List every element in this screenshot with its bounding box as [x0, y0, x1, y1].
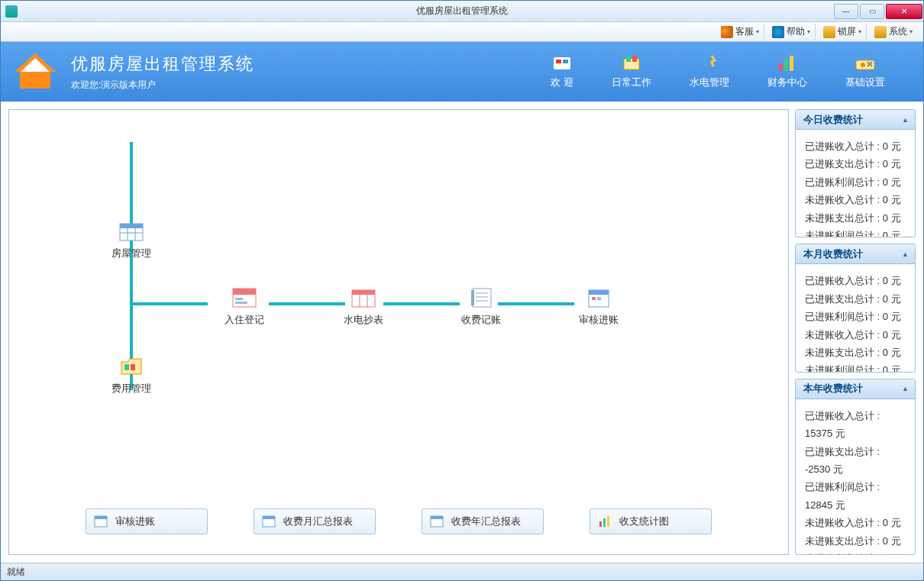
chevron-down-icon: ▾	[756, 28, 759, 35]
action-monthly-report[interactable]: 收费月汇总报表	[254, 508, 376, 534]
panel-title: 今日收费统计	[803, 113, 863, 127]
maximize-button[interactable]: ▭	[860, 4, 884, 19]
btn-label: 收费年汇总报表	[451, 515, 521, 528]
svg-rect-9	[779, 63, 783, 71]
svg-rect-33	[589, 290, 609, 295]
svg-rect-37	[131, 364, 135, 370]
collapse-icon[interactable]: ▲	[902, 116, 909, 124]
window-title: 优服房屋出租管理系统	[1, 5, 923, 18]
people-icon	[721, 26, 733, 38]
svg-rect-35	[597, 297, 601, 300]
lock-button[interactable]: 锁屏 ▾	[819, 24, 867, 40]
collapse-icon[interactable]: ▲	[902, 250, 909, 258]
service-label: 客服	[735, 25, 754, 38]
svg-rect-10	[784, 59, 788, 71]
chevron-down-icon: ▾	[858, 28, 861, 35]
lock-icon	[823, 26, 835, 38]
stat-row: 未进账支出总计 : 0 元	[805, 209, 906, 227]
daily-icon	[620, 54, 643, 73]
lock-label: 锁屏	[838, 25, 856, 38]
service-button[interactable]: 客服 ▾	[716, 24, 764, 40]
svg-point-13	[861, 63, 865, 67]
svg-rect-41	[263, 516, 275, 519]
table-icon	[351, 287, 376, 308]
system-label: 系统	[889, 25, 907, 38]
help-button[interactable]: 帮助 ▾	[767, 24, 816, 40]
nav-utility[interactable]: 水电管理	[690, 54, 729, 89]
panel-header[interactable]: 今日收费统计 ▲	[796, 110, 915, 130]
action-chart[interactable]: 收支统计图	[590, 508, 712, 534]
help-label: 帮助	[787, 25, 805, 38]
svg-rect-34	[592, 297, 596, 300]
svg-rect-36	[124, 364, 129, 370]
connector	[130, 142, 133, 390]
stat-row: 未进账收入总计 : 0 元	[805, 326, 906, 344]
wf-label: 收费记账	[461, 313, 501, 327]
svg-rect-2	[31, 75, 39, 89]
wf-label: 审核进账	[579, 313, 619, 327]
nav-label: 水电管理	[690, 76, 729, 89]
stat-row: 已进账支出总计 : -2530 元	[805, 443, 906, 479]
help-icon	[772, 26, 784, 38]
svg-rect-4	[556, 60, 561, 63]
panel-title: 本月收费统计	[803, 247, 863, 261]
stat-row: 未进账利润总计 : 0 元	[805, 550, 906, 555]
close-button[interactable]: ✕	[886, 4, 922, 19]
panel-header[interactable]: 本月收费统计 ▲	[796, 244, 915, 264]
stat-row: 已进账支出总计 : 0 元	[805, 155, 906, 173]
chevron-down-icon: ▾	[909, 28, 913, 35]
btn-label: 收费月汇总报表	[283, 515, 353, 528]
panel-title: 本年收费统计	[803, 382, 863, 395]
folder-icon	[118, 356, 144, 377]
node-house-mgmt[interactable]: 房屋管理	[101, 221, 162, 260]
stat-row: 已进账收入总计 : 15375 元	[805, 407, 906, 443]
logo-icon	[8, 50, 62, 93]
stat-row: 已进账支出总计 : 0 元	[805, 290, 906, 308]
settings-icon	[854, 54, 877, 73]
svg-rect-7	[626, 56, 631, 62]
svg-rect-43	[431, 516, 443, 519]
nav-label: 日常工作	[612, 76, 651, 89]
chevron-down-icon: ▾	[807, 28, 810, 35]
stat-row: 未进账支出总计 : 0 元	[805, 344, 906, 361]
node-meter[interactable]: 水电抄表	[333, 287, 394, 327]
stat-row: 已进账利润总计 : 0 元	[805, 308, 906, 325]
titlebar: 优服房屋出租管理系统 — ▭ ✕	[1, 1, 923, 22]
svg-rect-5	[563, 60, 568, 63]
minimize-button[interactable]: —	[834, 4, 858, 19]
connector	[131, 302, 208, 305]
action-audit[interactable]: 审核进账	[86, 508, 208, 534]
calendar-icon	[94, 515, 108, 528]
stat-row: 已进账利润总计 : 0 元	[805, 173, 906, 191]
chart-icon	[598, 515, 612, 528]
node-checkin[interactable]: 入住登记	[214, 287, 275, 327]
calendar-icon	[586, 287, 612, 308]
notebook-icon	[468, 287, 494, 308]
svg-rect-22	[235, 302, 247, 304]
stat-row: 已进账收入总计 : 0 元	[805, 272, 906, 289]
svg-rect-15	[120, 224, 143, 228]
stat-row: 未进账利润总计 : 0 元	[805, 361, 906, 372]
nav-daily[interactable]: 日常工作	[612, 54, 651, 89]
stat-row: 已进账利润总计 : 12845 元	[805, 478, 906, 514]
node-billing[interactable]: 收费记账	[451, 287, 512, 327]
action-yearly-report[interactable]: 收费年汇总报表	[422, 508, 544, 534]
stat-row: 未进账收入总计 : 0 元	[805, 514, 906, 531]
svg-rect-27	[473, 289, 491, 307]
panel-year: 本年收费统计 ▲ 已进账收入总计 : 15375 元 已进账支出总计 : -25…	[795, 379, 916, 555]
system-button[interactable]: 系统 ▾	[870, 24, 917, 40]
btn-label: 收支统计图	[619, 515, 669, 528]
collapse-icon[interactable]: ▲	[902, 385, 909, 392]
nav-finance[interactable]: 财务中心	[767, 54, 807, 89]
node-audit[interactable]: 审核进账	[568, 287, 629, 327]
workflow-canvas: 房屋管理 入住登记 水电抄表 收费记账 审核进账	[8, 109, 789, 555]
svg-rect-20	[233, 289, 256, 295]
svg-rect-11	[790, 56, 793, 71]
node-fee-mgmt[interactable]: 费用管理	[101, 356, 162, 395]
nav-settings[interactable]: 基础设置	[845, 54, 885, 89]
wf-label: 水电抄表	[344, 313, 383, 327]
wf-label: 入住登记	[225, 313, 264, 327]
nav-welcome[interactable]: 欢 迎	[551, 54, 573, 89]
top-toolbar: 客服 ▾ 帮助 ▾ 锁屏 ▾ 系统 ▾	[1, 22, 923, 42]
panel-header[interactable]: 本年收费统计 ▲	[796, 379, 915, 399]
